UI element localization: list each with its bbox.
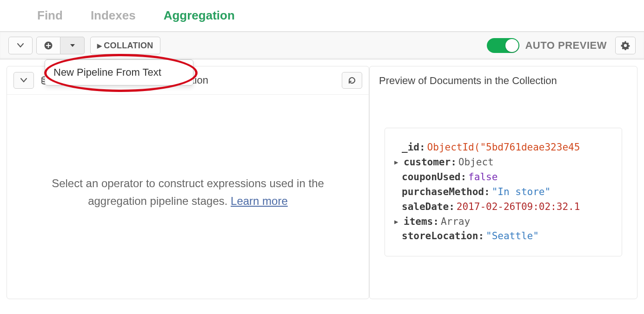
- add-stage-button[interactable]: [36, 37, 60, 54]
- pipeline-dropdown-menu: New Pipeline From Text: [45, 59, 193, 85]
- document-card: _id: ObjectId("5bd761deae323e45 ▶ custom…: [385, 128, 622, 256]
- doc-field-storelocation: storeLocation: "Seattle": [394, 229, 612, 244]
- collation-button[interactable]: ▶ COLLATION: [90, 37, 160, 54]
- doc-field-purchasemethod: purchaseMethod: "In store": [394, 185, 612, 200]
- caret-down-icon: [69, 43, 76, 48]
- learn-more-link[interactable]: Learn more: [231, 195, 288, 207]
- caret-right-icon[interactable]: ▶: [394, 157, 402, 167]
- caret-right-icon: ▶: [97, 42, 102, 49]
- hint-line1: Select an operator to construct expressi…: [52, 177, 324, 190]
- toolbar: ▶ COLLATION AUTO PREVIEW: [0, 32, 644, 59]
- content-area: 5000 Documents in the Collection Select …: [0, 59, 644, 306]
- new-pipeline-from-text-item[interactable]: New Pipeline From Text: [45, 60, 193, 85]
- stage-hint: Select an operator to construct expressi…: [7, 95, 369, 290]
- tabs-bar: Find Indexes Aggregation: [0, 0, 644, 32]
- preview-title: Preview of Documents in the Collection: [370, 66, 637, 95]
- toggle-knob: [505, 39, 518, 52]
- doc-field-items: ▶ items: Array: [394, 215, 612, 229]
- doc-field-couponused: couponUsed: false: [394, 170, 612, 185]
- stage-panel: 5000 Documents in the Collection Select …: [7, 66, 369, 299]
- tab-aggregation[interactable]: Aggregation: [164, 8, 235, 23]
- refresh-icon: [347, 76, 357, 85]
- caret-right-icon[interactable]: ▶: [394, 217, 402, 227]
- hint-line2: aggregation pipeline stages.: [88, 195, 231, 207]
- settings-button[interactable]: [615, 37, 636, 54]
- auto-preview-toggle[interactable]: [487, 38, 519, 53]
- stage-expand-button[interactable]: [13, 72, 34, 89]
- refresh-button[interactable]: [342, 72, 362, 89]
- collation-label: COLLATION: [104, 41, 153, 51]
- gear-icon: [621, 41, 630, 50]
- chevron-down-icon: [20, 78, 27, 83]
- tab-indexes[interactable]: Indexes: [91, 8, 136, 23]
- preview-panel: Preview of Documents in the Collection _…: [369, 66, 637, 299]
- doc-field-customer: ▶ customer: Object: [394, 155, 612, 170]
- toolbar-dropdown-button[interactable]: [8, 37, 33, 54]
- add-stage-button-group: [36, 37, 85, 54]
- doc-field-id: _id: ObjectId("5bd761deae323e45: [394, 140, 612, 155]
- tab-find[interactable]: Find: [37, 8, 63, 23]
- auto-preview-label: AUTO PREVIEW: [525, 39, 607, 52]
- plus-circle-icon: [44, 41, 53, 50]
- add-stage-dropdown-button[interactable]: [60, 37, 85, 54]
- doc-field-saledate: saleDate: 2017-02-26T09:02:32.1: [394, 200, 612, 215]
- chevron-down-icon: [17, 43, 24, 48]
